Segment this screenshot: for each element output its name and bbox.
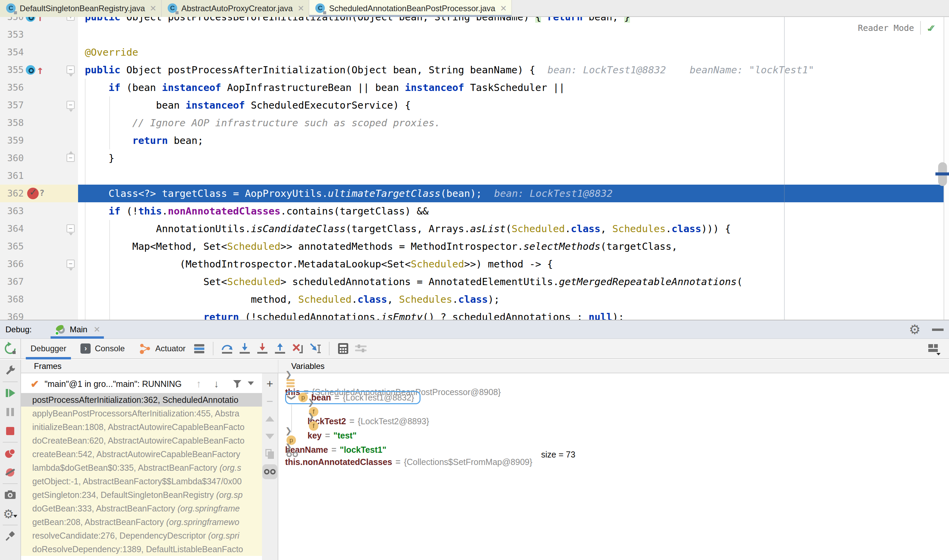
tab-debugger[interactable]: Debugger <box>26 338 71 359</box>
chevron-down-icon[interactable] <box>248 382 254 386</box>
variable-row-this[interactable]: ❯this={ScheduledAnnotationBeanPostProces… <box>278 376 949 390</box>
rerun-icon[interactable] <box>3 342 17 356</box>
frame-row[interactable]: doGetBean:333, AbstractBeanFactory (org.… <box>21 502 262 515</box>
variable-row-this-nonAnnotatedClasses[interactable]: ❯this.nonAnnotatedClasses={Collections$S… <box>278 447 949 462</box>
thread-dump-camera-icon[interactable] <box>2 487 18 503</box>
java-class-icon: C <box>168 3 178 14</box>
minimize-icon[interactable] <box>932 329 944 331</box>
code-text: @Override <box>78 43 138 61</box>
step-into-icon[interactable] <box>237 341 252 356</box>
chevron-collapsed-icon[interactable]: ❯ <box>308 412 314 421</box>
arrow-down-icon[interactable]: ↓ <box>214 378 219 390</box>
override-method-icon[interactable] <box>26 17 35 22</box>
navigate-super-icon[interactable]: ↑ <box>37 17 43 25</box>
fold-marker-icon[interactable]: − <box>66 101 75 109</box>
fold-marker-icon[interactable]: − <box>66 154 75 162</box>
move-down-icon[interactable] <box>262 429 277 444</box>
layout-restore-icon[interactable] <box>926 342 942 356</box>
tab-default-singleton-bean-registry[interactable]: C DefaultSingletonBeanRegistry.java ✕ <box>0 0 161 17</box>
fold-marker-icon[interactable]: − <box>66 224 75 232</box>
chevron-expanded-icon[interactable]: ❯ <box>287 392 297 403</box>
reader-mode-toggle[interactable]: Reader Mode <box>858 23 914 33</box>
step-over-icon[interactable] <box>219 341 235 356</box>
frame-row[interactable]: createBean:542, AbstractAutowireCapableB… <box>21 447 262 461</box>
chevron-collapsed-icon[interactable]: ❯ <box>285 442 292 451</box>
line-number[interactable]: 362 <box>0 185 24 202</box>
line-number[interactable]: 361 <box>0 167 24 185</box>
settings-gear-icon[interactable]: ⚙ <box>909 322 920 337</box>
frame-row[interactable]: applyBeanPostProcessorsAfterInitializati… <box>21 406 262 420</box>
frame-row[interactable]: lambda$doGetBean$0:335, AbstractBeanFact… <box>21 461 262 474</box>
frame-row[interactable]: getSingleton:234, DefaultSingletonBeanRe… <box>21 488 262 502</box>
pin-tab-icon[interactable] <box>2 528 18 545</box>
fold-marker-icon[interactable]: + <box>66 17 75 21</box>
fold-marker-icon[interactable]: − <box>66 66 75 74</box>
stop-icon[interactable] <box>2 423 18 439</box>
fold-marker-icon[interactable]: − <box>66 260 75 268</box>
frame-row[interactable]: initializeBean:1808, AbstractAutowireCap… <box>21 420 262 434</box>
line-number[interactable]: 355 <box>0 61 24 79</box>
line-number[interactable]: 363 <box>0 202 24 220</box>
divider <box>3 442 18 443</box>
java-class-icon: C <box>315 3 326 14</box>
frame-row[interactable]: postProcessAfterInitialization:362, Sche… <box>21 393 262 406</box>
close-icon[interactable]: ✕ <box>297 4 304 13</box>
evaluate-expression-icon[interactable] <box>335 341 351 356</box>
mute-breakpoints-icon[interactable] <box>2 464 18 481</box>
remove-watch-icon[interactable]: − <box>262 394 277 409</box>
line-number[interactable]: 364 <box>0 220 24 238</box>
view-threads-icon[interactable] <box>353 341 369 356</box>
resume-program-icon[interactable] <box>2 385 18 401</box>
wrench-settings-icon[interactable] <box>2 363 18 379</box>
step-out-icon[interactable] <box>272 341 288 356</box>
line-number[interactable]: 369 <box>0 308 24 320</box>
frame-row[interactable]: getObject:-1, AbstractBeanFactory$$Lambd… <box>21 474 262 488</box>
debug-session-tab-main[interactable]: Main ✕ <box>51 320 103 339</box>
code-editor[interactable]: 350↑+public Object postProcessBeforeInit… <box>0 17 949 320</box>
close-icon[interactable]: ✕ <box>150 4 157 13</box>
line-number[interactable]: 368 <box>0 291 24 308</box>
show-watches-icon[interactable] <box>262 464 277 479</box>
run-to-cursor-icon[interactable] <box>308 341 323 356</box>
chevron-collapsed-icon[interactable]: ❯ <box>308 397 314 406</box>
line-number[interactable]: 365 <box>0 238 24 255</box>
close-icon[interactable]: ✕ <box>93 325 100 334</box>
navigate-super-icon[interactable]: ↑ <box>37 62 43 77</box>
inspections-ok-icon[interactable]: ✓✓ <box>927 21 935 35</box>
view-breakpoints-icon[interactable] <box>2 445 18 462</box>
variable-row-lockTest2[interactable]: ❯flockTest2={LockTest2@8893} <box>278 405 949 419</box>
line-number[interactable]: 354 <box>0 43 24 61</box>
line-number[interactable]: 357 <box>0 96 24 114</box>
line-number[interactable]: 359 <box>0 132 24 149</box>
drop-frame-icon[interactable] <box>290 341 306 356</box>
breakpoint-icon[interactable]: ✓? <box>27 188 39 199</box>
frame-row[interactable]: getBean:208, AbstractBeanFactory (org.sp… <box>21 515 262 529</box>
frame-row[interactable]: resolveCandidate:276, DependencyDescript… <box>21 529 262 542</box>
line-number[interactable]: 358 <box>0 114 24 132</box>
tab-scheduled-annotation-bean-post-processor[interactable]: C ScheduledAnnotationBeanPostProcessor.j… <box>309 0 512 17</box>
line-number[interactable]: 367 <box>0 273 24 291</box>
tab-actuator[interactable]: Actuator <box>134 338 190 359</box>
frame-row[interactable]: doResolveDependency:1389, DefaultListabl… <box>21 542 262 556</box>
line-number[interactable]: 356 <box>0 79 24 96</box>
line-number[interactable]: 353 <box>0 26 24 43</box>
filter-icon[interactable] <box>232 379 242 389</box>
layout-settings-icon[interactable] <box>191 341 207 356</box>
move-up-icon[interactable] <box>262 411 277 426</box>
frame-row[interactable]: doCreateBean:620, AbstractAutowireCapabl… <box>21 434 262 447</box>
arrow-up-icon[interactable]: ↑ <box>196 378 201 390</box>
line-number[interactable]: 350 <box>0 17 24 26</box>
add-watch-icon[interactable]: + <box>262 376 277 391</box>
pause-program-icon[interactable] <box>2 404 18 420</box>
tab-abstract-auto-proxy-creator[interactable]: C AbstractAutoProxyCreator.java ✕ <box>161 0 309 17</box>
close-icon[interactable]: ✕ <box>500 4 507 13</box>
thread-selector[interactable]: ✔ "main"@1 in gro..."main": RUNNING ↑ ↓ <box>21 375 262 393</box>
line-number[interactable]: 360 <box>0 149 24 167</box>
tab-console[interactable]: › Console <box>76 338 129 359</box>
line-number[interactable]: 366 <box>0 255 24 273</box>
chevron-collapsed-icon[interactable]: ❯ <box>285 369 292 379</box>
duplicate-watch-icon[interactable] <box>262 447 277 462</box>
debugger-settings-gear-icon[interactable]: ⚙ <box>2 506 18 522</box>
force-step-into-icon[interactable] <box>255 341 270 356</box>
override-method-icon[interactable] <box>26 65 35 75</box>
